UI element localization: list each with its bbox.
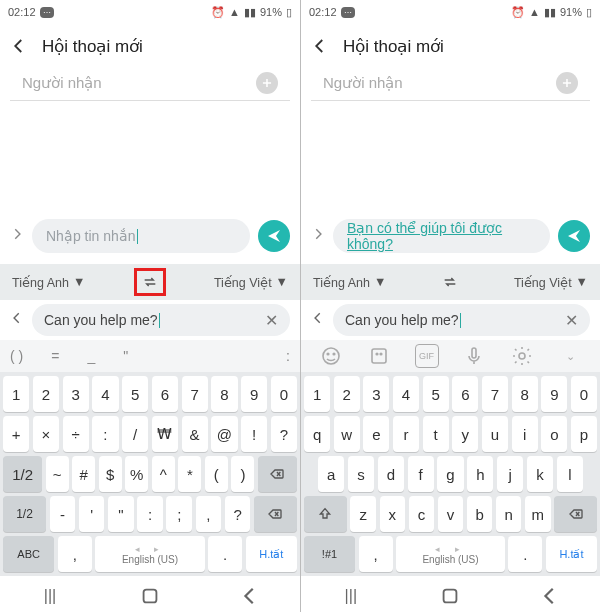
backspace-key[interactable] — [554, 496, 597, 532]
key-t[interactable]: t — [423, 416, 449, 452]
collapse-button[interactable] — [311, 311, 325, 329]
key-o[interactable]: o — [541, 416, 567, 452]
key-9[interactable]: 9 — [541, 376, 567, 412]
send-button[interactable] — [558, 220, 590, 252]
backspace-key[interactable] — [258, 456, 297, 492]
key-y[interactable]: y — [452, 416, 478, 452]
key-v[interactable]: v — [438, 496, 464, 532]
key-p[interactable]: p — [571, 416, 597, 452]
key-^[interactable]: ^ — [152, 456, 175, 492]
key-0[interactable]: 0 — [571, 376, 597, 412]
clear-button[interactable]: ✕ — [265, 311, 278, 330]
nav-home[interactable] — [139, 585, 161, 607]
key-6[interactable]: 6 — [152, 376, 178, 412]
key-÷[interactable]: ÷ — [63, 416, 89, 452]
gif-icon[interactable]: GIF — [415, 344, 439, 368]
key-0[interactable]: 0 — [271, 376, 297, 412]
key-a[interactable]: a — [318, 456, 344, 492]
sticker-icon[interactable] — [367, 344, 391, 368]
add-recipient-button[interactable] — [556, 72, 578, 94]
message-input[interactable]: Bạn có thể giúp tôi được không? — [333, 219, 550, 253]
key-n[interactable]: n — [496, 496, 522, 532]
expand-icon[interactable] — [311, 227, 325, 245]
swap-languages-button[interactable] — [139, 271, 161, 293]
suggestion-item[interactable]: ( ) — [10, 348, 23, 364]
key-f[interactable]: f — [408, 456, 434, 492]
collapse-button[interactable] — [10, 311, 24, 329]
space-key[interactable]: ◂ ▸ English (US) — [396, 536, 505, 572]
message-input[interactable]: Nhập tin nhắn — [32, 219, 250, 253]
key-i[interactable]: i — [512, 416, 538, 452]
suggestion-item[interactable]: _ — [87, 348, 95, 364]
key-s[interactable]: s — [348, 456, 374, 492]
key-![interactable]: ! — [241, 416, 267, 452]
target-language-select[interactable]: Tiếng Việt ▼ — [514, 275, 588, 290]
key--[interactable]: - — [50, 496, 76, 532]
key-?[interactable]: ? — [225, 496, 251, 532]
suggestion-item[interactable]: : — [286, 348, 290, 364]
nav-back[interactable] — [539, 585, 561, 607]
key-×[interactable]: × — [33, 416, 59, 452]
key-9[interactable]: 9 — [241, 376, 267, 412]
key-@[interactable]: @ — [211, 416, 237, 452]
recipient-input[interactable]: Người nhận — [323, 74, 548, 92]
key-7[interactable]: 7 — [482, 376, 508, 412]
key-$[interactable]: $ — [99, 456, 122, 492]
key-&[interactable]: & — [182, 416, 208, 452]
key-h[interactable]: h — [467, 456, 493, 492]
key-:[interactable]: : — [137, 496, 163, 532]
translate-input[interactable]: Can you help me? ✕ — [32, 304, 290, 336]
back-button[interactable] — [10, 37, 28, 55]
key-e[interactable]: e — [363, 416, 389, 452]
shift-key[interactable] — [304, 496, 347, 532]
key-)[interactable]: ) — [231, 456, 254, 492]
key-1[interactable]: 1 — [304, 376, 330, 412]
recipient-input[interactable]: Người nhận — [22, 74, 248, 92]
comma-key[interactable]: , — [359, 536, 393, 572]
key-%[interactable]: % — [125, 456, 148, 492]
emoji-icon[interactable] — [319, 344, 343, 368]
key-?[interactable]: ? — [271, 416, 297, 452]
key-,[interactable]: , — [196, 496, 222, 532]
key-₩[interactable]: ₩ — [152, 416, 178, 452]
expand-icon[interactable]: ⌄ — [558, 344, 582, 368]
key-g[interactable]: g — [437, 456, 463, 492]
add-recipient-button[interactable] — [256, 72, 278, 94]
key-~[interactable]: ~ — [46, 456, 69, 492]
key-1[interactable]: 1 — [3, 376, 29, 412]
send-button[interactable] — [258, 220, 290, 252]
backspace-key[interactable] — [254, 496, 297, 532]
key-'[interactable]: ' — [79, 496, 105, 532]
nav-recents[interactable]: ||| — [340, 585, 362, 607]
action-key[interactable]: H.tất — [246, 536, 297, 572]
source-language-select[interactable]: Tiếng Anh ▼ — [313, 275, 386, 290]
key-#[interactable]: # — [72, 456, 95, 492]
key-/[interactable]: / — [122, 416, 148, 452]
key-8[interactable]: 8 — [512, 376, 538, 412]
translate-input[interactable]: Can you help me? ✕ — [333, 304, 590, 336]
key-j[interactable]: j — [497, 456, 523, 492]
source-language-select[interactable]: Tiếng Anh ▼ — [12, 275, 85, 290]
key-z[interactable]: z — [350, 496, 376, 532]
key-:[interactable]: : — [92, 416, 118, 452]
key-w[interactable]: w — [334, 416, 360, 452]
key-;[interactable]: ; — [166, 496, 192, 532]
nav-home[interactable] — [439, 585, 461, 607]
suggestion-item[interactable]: = — [51, 348, 59, 364]
key-b[interactable]: b — [467, 496, 493, 532]
key-m[interactable]: m — [525, 496, 551, 532]
key-"[interactable]: " — [108, 496, 134, 532]
period-key[interactable]: . — [508, 536, 542, 572]
key-5[interactable]: 5 — [122, 376, 148, 412]
nav-back[interactable] — [239, 585, 261, 607]
target-language-select[interactable]: Tiếng Việt ▼ — [214, 275, 288, 290]
key-4[interactable]: 4 — [92, 376, 118, 412]
key-2[interactable]: 2 — [33, 376, 59, 412]
settings-icon[interactable] — [510, 344, 534, 368]
key-x[interactable]: x — [380, 496, 406, 532]
suggestion-item[interactable]: " — [123, 348, 128, 364]
key-+[interactable]: + — [3, 416, 29, 452]
key-8[interactable]: 8 — [211, 376, 237, 412]
key-4[interactable]: 4 — [393, 376, 419, 412]
comma-key[interactable]: , — [58, 536, 92, 572]
